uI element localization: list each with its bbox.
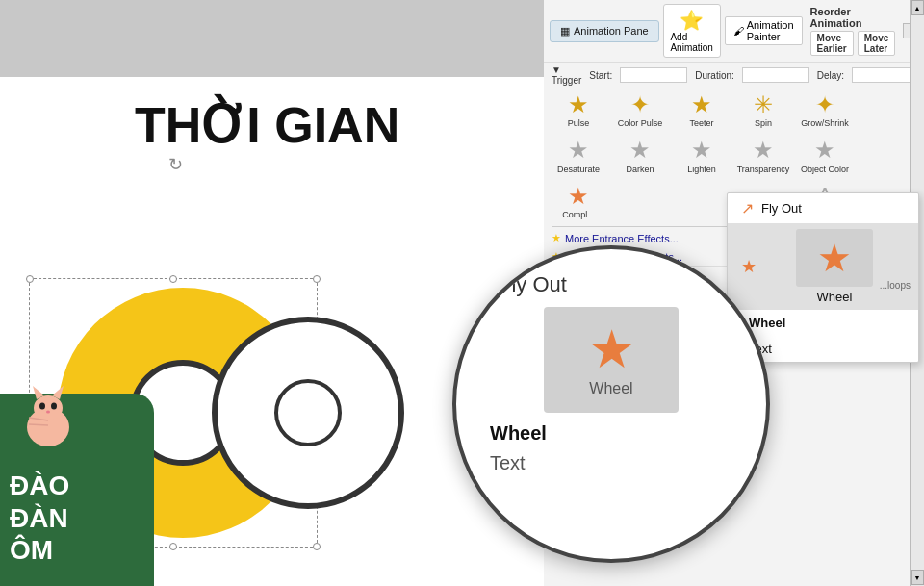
delay-label: Delay: — [817, 70, 844, 81]
teeter-icon: ★ — [691, 92, 712, 117]
fly-out-icon: ↗ — [741, 199, 754, 217]
star-bullet-1: ★ — [552, 232, 561, 244]
anim-spin[interactable]: ✳ Spin — [732, 89, 794, 131]
zoom-wheel-bold-item[interactable]: Wheel — [471, 419, 752, 448]
grow-shrink-label: Grow/Shrink — [801, 118, 849, 128]
zoom-wheel-bold-label: Wheel — [490, 422, 547, 444]
anim-transparency[interactable]: ★ Transparency — [732, 135, 794, 176]
svg-point-5 — [51, 403, 57, 410]
white-ring — [212, 317, 404, 509]
duration-input[interactable] — [742, 67, 809, 83]
transparency-icon: ★ — [753, 138, 774, 163]
dropdown-fly-out[interactable]: ↗ Fly Out — [728, 193, 918, 223]
animation-pane-label: Animation Pane — [574, 25, 649, 37]
banner-text: ĐÀO ĐÀN ÔM — [10, 470, 69, 567]
complement-label: Compl... — [562, 210, 595, 219]
animation-painter-label: Animation Painter — [747, 19, 794, 42]
anim-color-pulse[interactable]: ✦ Color Pulse — [609, 89, 671, 131]
zoom-fly-out-label: Fly Out — [499, 272, 567, 297]
zoom-wheel-box[interactable]: ★ Wheel — [544, 307, 679, 413]
object-color-label: Object Color — [801, 165, 849, 174]
desaturate-label: Desaturate — [557, 165, 600, 174]
animation-pane-icon: ▦ — [560, 25, 570, 38]
emphasis-row-2: ★ Desaturate ★ Darken ★ Lighten ★ Transp… — [544, 133, 910, 178]
svg-point-6 — [46, 411, 50, 414]
add-animation-icon: ⭐ — [680, 9, 704, 32]
white-ring-inner — [274, 379, 342, 446]
spin-icon: ✳ — [754, 92, 773, 117]
teeter-label: Teeter — [689, 118, 713, 128]
scroll-down-button[interactable]: ▼ — [911, 570, 924, 585]
lighten-label: Lighten — [687, 165, 716, 174]
animation-painter-button[interactable]: 🖌 Animation Painter — [725, 16, 803, 45]
handle-bm[interactable] — [169, 543, 177, 550]
object-color-icon: ★ — [814, 138, 835, 163]
transparency-label: Transparency — [737, 165, 790, 174]
top-ribbon: ▦ Animation Pane ⭐ AddAnimation 🖌 Animat… — [544, 0, 910, 63]
handle-tl[interactable] — [26, 275, 34, 283]
wheel-label-1: Wheel — [817, 290, 853, 304]
grow-shrink-icon: ✦ — [815, 92, 834, 117]
anim-pulse[interactable]: ★ Pulse — [548, 89, 609, 131]
anim-lighten[interactable]: ★ Lighten — [671, 135, 732, 176]
anim-darken[interactable]: ★ Darken — [609, 135, 671, 176]
add-animation-button[interactable]: ⭐ AddAnimation — [663, 4, 721, 58]
wheel-preview-box: ★ — [796, 229, 873, 287]
fly-out-label: Fly Out — [761, 201, 802, 216]
zoom-fly-out-item[interactable]: ↗ Fly Out — [471, 268, 752, 301]
anim-desaturate[interactable]: ★ Desaturate — [548, 135, 609, 176]
zoom-wheel-sublabel: Wheel — [589, 380, 632, 397]
svg-line-8 — [29, 424, 48, 425]
handle-tm[interactable] — [169, 275, 177, 283]
spin-label: Spin — [755, 118, 772, 128]
svg-point-4 — [39, 403, 45, 410]
zoom-circle: ↗ Fly Out ★ Wheel Wheel Text — [452, 245, 770, 563]
more-entrance-label: More Entrance Effects... — [565, 233, 679, 244]
start-label: Start: — [589, 70, 612, 81]
complement-icon: ★ — [568, 184, 589, 209]
start-row: ▼ Trigger Start: Duration: Delay: — [544, 63, 910, 88]
cat-figure — [19, 374, 77, 451]
move-earlier-button[interactable]: Move Earlier — [810, 31, 854, 56]
slide-title: THỜI GIAN — [135, 96, 399, 154]
zoom-wheel-star: ★ — [588, 323, 635, 376]
anim-empty-2 — [671, 181, 732, 222]
anim-object-color[interactable]: ★ Object Color — [794, 135, 856, 176]
darken-icon: ★ — [629, 138, 651, 163]
anim-teeter[interactable]: ★ Teeter — [671, 89, 732, 131]
darken-label: Darken — [626, 165, 654, 174]
trigger-label: ▼ Trigger — [552, 64, 581, 86]
zoom-circle-content: ↗ Fly Out ★ Wheel Wheel Text — [456, 249, 766, 559]
emphasis-row-1: ★ Pulse ✦ Color Pulse ★ Teeter ✳ Spin ✦ — [544, 88, 910, 133]
animation-pane-button[interactable]: ▦ Animation Pane — [550, 20, 659, 42]
reorder-section: Reorder Animation Move Earlier Move Late… — [810, 6, 896, 56]
handle-br[interactable] — [313, 543, 321, 550]
color-pulse-label: Color Pulse — [618, 118, 663, 128]
banner-line-2: ĐÀN — [10, 502, 69, 535]
zoom-text-item[interactable]: Text — [471, 448, 752, 478]
zoom-text-label: Text — [490, 452, 526, 473]
pulse-icon: ★ — [568, 92, 589, 117]
wheel-preview-star: ★ — [817, 236, 852, 280]
color-pulse-icon: ✦ — [630, 92, 650, 117]
handle-tr[interactable] — [313, 275, 321, 283]
desaturate-icon: ★ — [568, 138, 589, 163]
pulse-label: Pulse — [568, 118, 590, 128]
anim-complement[interactable]: ★ Compl... — [548, 181, 609, 222]
anim-grow-shrink[interactable]: ✦ Grow/Shrink — [794, 89, 856, 131]
rotate-handle[interactable]: ↻ — [168, 154, 183, 175]
add-animation-label: AddAnimation — [670, 32, 712, 53]
anim-empty-1 — [609, 181, 671, 222]
animation-painter-icon: 🖌 — [733, 25, 744, 37]
scroll-up-button[interactable]: ▲ — [911, 0, 924, 15]
zoom-fly-out-icon: ↗ — [480, 276, 493, 294]
reorder-label: Reorder Animation — [810, 6, 896, 29]
move-later-button[interactable]: Move Later — [858, 31, 896, 56]
start-input[interactable] — [620, 67, 687, 83]
banner-line-1: ĐÀO — [10, 470, 69, 502]
loops-label: ...loops — [880, 280, 911, 291]
svg-point-1 — [34, 395, 63, 420]
banner-line-3: ÔM — [10, 534, 69, 567]
lighten-icon: ★ — [691, 138, 712, 163]
duration-label: Duration: — [695, 70, 734, 81]
